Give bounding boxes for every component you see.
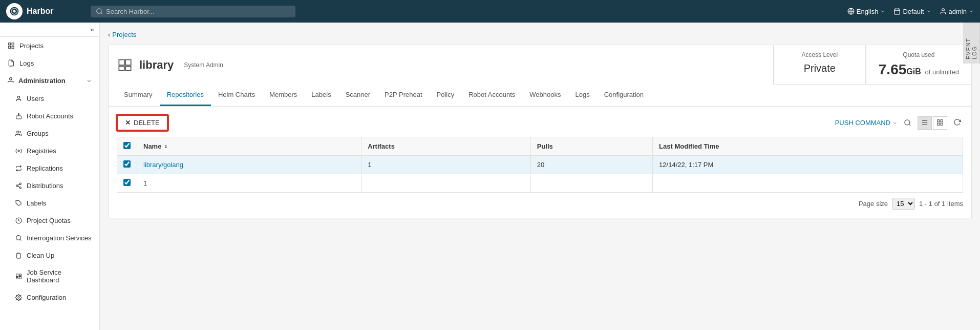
svg-line-3 bbox=[101, 13, 102, 14]
sidebar-item-logs[interactable]: Logs bbox=[0, 54, 99, 72]
table-row: library/golang 1 20 12/14/22, 1:17 PM bbox=[117, 156, 963, 174]
svg-rect-46 bbox=[938, 119, 940, 121]
grid-icon bbox=[7, 42, 15, 50]
access-level-card: Access Level Private bbox=[774, 45, 866, 85]
sidebar-item-job-service[interactable]: Job Service Dashboard bbox=[0, 264, 99, 288]
sidebar-item-distributions[interactable]: Distributions bbox=[0, 177, 99, 194]
repositories-table: Name Artifacts Pulls Last Modified Time … bbox=[117, 137, 963, 193]
svg-rect-11 bbox=[9, 43, 11, 45]
delete-button[interactable]: ✕ DELETE bbox=[117, 115, 168, 131]
search-icon bbox=[904, 119, 911, 127]
user-label: admin bbox=[949, 8, 967, 15]
repository-link[interactable]: library/golang bbox=[143, 161, 183, 169]
quota-card: Quota used 7.65GiB of unlimited bbox=[866, 45, 972, 85]
sidebar-item-registries[interactable]: Registries bbox=[0, 142, 99, 159]
quota-number: 7.65 bbox=[879, 61, 907, 77]
sidebar-item-label: Projects bbox=[19, 42, 44, 50]
quota-icon bbox=[14, 216, 23, 224]
svg-rect-14 bbox=[12, 46, 14, 48]
svg-point-18 bbox=[18, 113, 19, 114]
sidebar-administration-header[interactable]: Administration bbox=[0, 72, 99, 90]
svg-point-25 bbox=[19, 187, 21, 188]
sidebar-item-replications[interactable]: Replications bbox=[0, 159, 99, 177]
grid-view-button[interactable] bbox=[933, 116, 947, 130]
tab-webhooks[interactable]: Webhooks bbox=[522, 85, 568, 106]
footer-empty-1 bbox=[361, 174, 531, 193]
sidebar-item-labels[interactable]: Labels bbox=[0, 194, 99, 212]
theme-selector[interactable]: Default bbox=[893, 8, 931, 15]
sidebar-item-label: Registries bbox=[27, 147, 56, 155]
breadcrumb-projects-link[interactable]: Projects bbox=[112, 31, 136, 38]
quota-unit: GiB bbox=[906, 67, 921, 76]
row-checkbox[interactable] bbox=[123, 160, 131, 168]
search-placeholder: Search Harbor... bbox=[106, 8, 155, 15]
tab-helm-charts[interactable]: Helm Charts bbox=[211, 85, 262, 106]
sidebar-item-label: Distributions bbox=[27, 182, 63, 190]
svg-point-2 bbox=[97, 9, 101, 13]
harbor-logo bbox=[6, 3, 23, 19]
footer-checkbox[interactable] bbox=[123, 179, 131, 186]
svg-line-27 bbox=[17, 184, 19, 185]
svg-rect-39 bbox=[119, 66, 124, 70]
delete-x-icon: ✕ bbox=[125, 119, 131, 127]
artifacts-column-header: Artifacts bbox=[361, 137, 531, 156]
list-view-button[interactable] bbox=[918, 116, 932, 130]
tab-logs[interactable]: Logs bbox=[568, 85, 596, 106]
page-size-select[interactable]: 10 15 25 50 bbox=[892, 198, 915, 210]
delete-label: DELETE bbox=[134, 119, 160, 127]
sidebar-item-cleanup[interactable]: Clean Up bbox=[0, 246, 99, 264]
sidebar-item-label: Robot Accounts bbox=[27, 112, 73, 120]
toolbar-left: ✕ DELETE bbox=[117, 115, 168, 131]
svg-rect-49 bbox=[941, 123, 943, 125]
tab-configuration[interactable]: Configuration bbox=[597, 85, 651, 106]
svg-point-1 bbox=[13, 10, 16, 13]
svg-point-24 bbox=[16, 184, 17, 186]
event-log-tab[interactable]: EVENT LOG bbox=[963, 23, 980, 64]
tab-members[interactable]: Members bbox=[262, 85, 304, 106]
language-selector[interactable]: English bbox=[847, 8, 886, 15]
sidebar-item-interrogation[interactable]: Interrogation Services bbox=[0, 229, 99, 246]
sidebar-item-configuration[interactable]: Configuration bbox=[0, 288, 99, 306]
sidebar-item-groups[interactable]: Groups bbox=[0, 125, 99, 142]
tab-p2p-preheat[interactable]: P2P Preheat bbox=[377, 85, 429, 106]
footer-empty-3 bbox=[653, 174, 963, 193]
tab-scanner[interactable]: Scanner bbox=[338, 85, 377, 106]
sidebar-item-users[interactable]: Users bbox=[0, 90, 99, 107]
trash-icon bbox=[14, 251, 23, 259]
sidebar-item-projects[interactable]: Projects bbox=[0, 37, 99, 54]
svg-rect-13 bbox=[9, 46, 11, 48]
people-icon bbox=[14, 129, 23, 137]
search-bar[interactable]: Search Harbor... bbox=[91, 6, 295, 17]
tab-policy[interactable]: Policy bbox=[430, 85, 462, 106]
pulls-column-header: Pulls bbox=[530, 137, 652, 156]
sidebar-item-project-quotas[interactable]: Project Quotas bbox=[0, 212, 99, 229]
chevron-down-icon bbox=[892, 120, 898, 126]
user-menu[interactable]: admin bbox=[940, 8, 974, 15]
registry-icon bbox=[14, 147, 23, 155]
push-command-button[interactable]: PUSH COMMAND bbox=[835, 119, 898, 127]
svg-line-42 bbox=[909, 124, 910, 126]
sidebar-collapse-button[interactable]: « bbox=[0, 23, 99, 37]
tab-robot-accounts[interactable]: Robot Accounts bbox=[461, 85, 522, 106]
sidebar-item-label: Job Service Dashboard bbox=[27, 269, 92, 284]
tab-summary[interactable]: Summary bbox=[117, 85, 160, 106]
collapse-icon: « bbox=[91, 26, 94, 33]
footer-count-cell: 1 bbox=[137, 174, 361, 193]
file-icon bbox=[7, 59, 15, 67]
tab-repositories[interactable]: Repositories bbox=[160, 85, 211, 106]
sidebar-item-label: Labels bbox=[27, 199, 46, 207]
search-button[interactable] bbox=[902, 117, 913, 129]
chevron-down-icon bbox=[86, 78, 92, 84]
sidebar-item-label: Configuration bbox=[27, 294, 66, 301]
select-all-checkbox[interactable] bbox=[123, 142, 131, 149]
app-title: Harbor bbox=[27, 7, 53, 16]
refresh-button[interactable] bbox=[951, 116, 963, 130]
artifacts-cell: 1 bbox=[361, 156, 531, 174]
logo-area: Harbor bbox=[6, 3, 91, 19]
tab-labels[interactable]: Labels bbox=[304, 85, 338, 106]
last-modified-cell: 12/14/22, 1:17 PM bbox=[653, 156, 963, 174]
quota-value: 7.65GiB of unlimited bbox=[879, 61, 959, 78]
sidebar-item-robot-accounts[interactable]: Robot Accounts bbox=[0, 107, 99, 125]
svg-rect-37 bbox=[119, 59, 124, 65]
name-cell: library/golang bbox=[137, 156, 361, 174]
